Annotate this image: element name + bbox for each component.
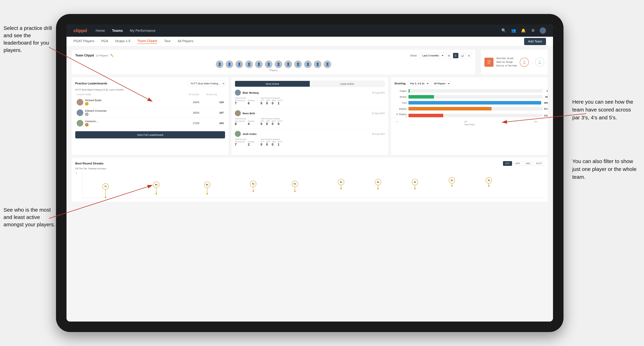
shot-badge: 198 SC <box>484 58 494 67</box>
player-avatar-1[interactable]: 👤 <box>216 60 224 68</box>
sub-nav-all-players[interactable]: All Players <box>178 39 194 44</box>
lb-col-score: PB SCORE <box>189 93 206 96</box>
annotation-bottom-right: You can also filter to show just one pla… <box>572 157 639 181</box>
pa-putt-val-1: 1 <box>278 102 283 105</box>
shot-circle-1-val: 16 <box>523 60 525 62</box>
player-avatar-5[interactable]: 👤 <box>255 60 263 68</box>
pa-practice-3: Practice 2 <box>248 141 255 147</box>
nav-link-home[interactable]: Home <box>96 29 105 33</box>
player-avatar-6[interactable]: 👤 <box>265 60 272 68</box>
par-filter[interactable]: Par 3, 4 & 5s <box>408 81 429 86</box>
streak-bubble-1: 7x <box>102 183 109 190</box>
people-icon[interactable]: 👥 <box>510 27 516 34</box>
search-icon[interactable]: 🔍 <box>500 27 507 34</box>
list-view-btn[interactable]: ☰ <box>453 53 458 58</box>
xaxis-0: 0 <box>396 121 397 123</box>
pa-ott-1: OTT 0 <box>260 99 264 105</box>
most-active-tab[interactable]: Most Active <box>235 81 310 87</box>
grid-view-btn[interactable]: ⊞ <box>446 53 452 58</box>
sub-nav-hcaps[interactable]: Hcaps 1-5 <box>115 39 130 44</box>
chart-view-btn[interactable]: 📊 <box>460 53 465 58</box>
sub-nav-tour[interactable]: Tour <box>164 39 170 44</box>
sub-nav-team-clippd[interactable]: Team Clippd <box>138 39 157 44</box>
eagles-val: 3 <box>546 90 548 92</box>
streak-bubble-7: 4x <box>375 179 381 185</box>
lb-score-3: 17/20 <box>187 122 205 125</box>
activity-player-2: Rees Britt 02 Sep 2023 Total Rounds Tour… <box>235 110 385 128</box>
lb-player-2[interactable]: Edward Crossman 2 <box>77 109 186 116</box>
lb-player-1[interactable]: Richard Butler 1 <box>77 99 186 106</box>
lb-col-avg: PB AVG SQ <box>206 93 224 96</box>
player-avatar-11[interactable]: 👤 <box>314 60 322 68</box>
pa-practice-val-3: 2 <box>248 143 255 147</box>
player-avatar-3[interactable]: 👤 <box>235 60 243 68</box>
streak-dot-6 <box>340 188 342 189</box>
lb-player-3[interactable]: Cameron... 3 <box>77 120 186 127</box>
sub-nav-pgat[interactable]: PGAT Players <box>74 39 94 44</box>
lb-badge-3-bronze: 3 <box>85 123 88 127</box>
app-tab[interactable]: APP <box>513 161 522 166</box>
bar-row-bogeys: Bogeys 311 <box>396 107 542 110</box>
bell-icon[interactable]: 🔔 <box>520 27 526 34</box>
pa-player-3[interactable]: Josh Coles <box>235 131 256 137</box>
pa-date-2: 02 Sep 2023 <box>372 112 385 115</box>
lb-badge-2-silver: 2 <box>85 113 88 116</box>
player-avatar-2[interactable]: 👤 <box>226 60 233 68</box>
y-axis-label: % <box>76 172 77 174</box>
edit-icon[interactable]: ✏️ <box>110 54 114 57</box>
arg-tab[interactable]: ARG <box>523 161 533 166</box>
annotation-top-left: Select a practice drill and see the lead… <box>4 24 56 54</box>
pa-header-3: Josh Coles 26 Aug 2023 <box>235 131 385 137</box>
nav-icons: 🔍 👥 🔔 ⚙ 👤 <box>500 27 546 34</box>
pa-app-2: APP 0 <box>266 120 270 126</box>
view-leaderboard-button[interactable]: View Full Leaderboard <box>75 131 225 138</box>
player-avatar-10[interactable]: 👤 <box>304 60 312 68</box>
ipad-frame: clippd Home Teams My Performance 🔍 👥 🔔 ⚙… <box>56 14 564 332</box>
activity-tabs: Most Active Least Active <box>235 81 385 87</box>
birdies-fill <box>408 95 434 99</box>
show-select[interactable]: Last 3 months <box>420 53 444 58</box>
lb-name-2: Edward Crossman <box>85 109 106 112</box>
streaks-subtitle: Off The Tee, Fairway Accuracy <box>75 167 544 170</box>
players-filter[interactable]: All Players <box>431 81 450 86</box>
shot-dist: Shot Dist: 16 yds <box>496 57 517 60</box>
nav-link-teams[interactable]: Teams <box>112 29 123 33</box>
nav-link-performance[interactable]: My Performance <box>130 29 156 33</box>
player-avatar-8[interactable]: 👤 <box>284 60 292 68</box>
streak-bubble-4: 5x <box>250 181 256 187</box>
sub-nav-pga[interactable]: PGA <box>101 39 108 44</box>
nav-links: Home Teams My Performance <box>96 29 500 33</box>
sub-nav: PGAT Players PGA Hcaps 1-5 Team Clippd T… <box>66 37 553 46</box>
drill-select[interactable]: PUTT Must Make Putting... <box>188 81 225 86</box>
pa-arg-val-3: 0 <box>272 143 276 147</box>
pa-player-2[interactable]: Rees Britt <box>235 110 255 116</box>
pa-rounds-group-2: Total Rounds Tournament 8 Practice 4 <box>235 118 255 126</box>
least-active-tab[interactable]: Least Active <box>310 81 384 87</box>
add-team-button[interactable]: Add Team <box>524 38 546 45</box>
streak-dot-9 <box>451 185 452 187</box>
player-avatar-7[interactable]: 👤 <box>274 60 282 68</box>
streak-line-5 <box>295 187 295 190</box>
streaks-title: Best Round Streaks <box>75 162 104 165</box>
pa-app-val-2: 0 <box>266 122 270 126</box>
xaxis-200: 200 <box>464 121 467 123</box>
pa-putt-val-2: 0 <box>278 122 283 126</box>
pa-player-1[interactable]: Blair McHarg <box>235 90 259 96</box>
settings-icon[interactable]: ⚙ <box>530 27 536 34</box>
shot-details: Shot Dist: 16 yds Start Lie: Rough End L… <box>496 57 517 67</box>
player-avatar-12[interactable]: 👤 <box>324 60 331 68</box>
putt-tab[interactable]: PUTT <box>534 161 544 166</box>
annotation-bottom-left: See who is the most and least active amo… <box>4 206 56 228</box>
streak-dot-3 <box>206 193 208 194</box>
filter-view-btn[interactable]: ⊟ <box>466 53 472 58</box>
player-avatar-9[interactable]: 👤 <box>294 60 302 68</box>
streak-point-2: 6x <box>153 181 160 194</box>
user-avatar[interactable]: 👤 <box>540 27 546 34</box>
streak-bubble-6: 4x <box>338 179 344 185</box>
players-label: Players <box>270 69 278 72</box>
player-avatar-4[interactable]: 👤 <box>245 60 253 68</box>
lb-avg-2: 107 <box>206 111 224 114</box>
ott-tab[interactable]: OTT <box>503 161 512 166</box>
lb-card-header: Practice Leaderboards PUTT Must Make Put… <box>75 81 225 86</box>
pa-arg-2: ARG 0 <box>272 120 276 126</box>
